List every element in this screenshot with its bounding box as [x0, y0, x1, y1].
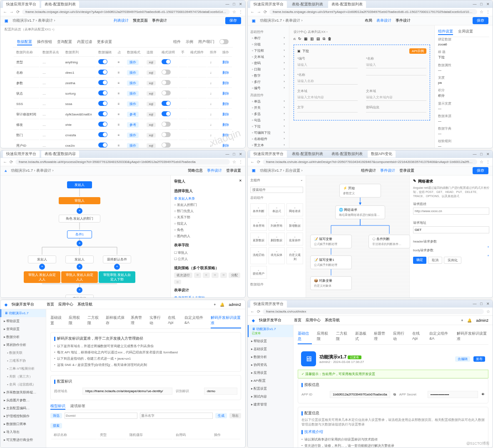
- palette-item[interactable]: ▫ 多行›: [250, 79, 286, 85]
- delete-link[interactable]: 删除: [222, 133, 229, 137]
- node-cond[interactable]: 条件1: [67, 230, 92, 238]
- input-ident[interactable]: demo: [204, 388, 237, 395]
- edit-toggle[interactable]: [98, 70, 107, 75]
- add-body-icon[interactable]: +: [487, 254, 489, 258]
- table-row[interactable]: 参数…zeetha≡操作xql↓删除: [14, 78, 232, 88]
- palette-item[interactable]: ▫ 富文本›: [250, 142, 286, 148]
- palette-item[interactable]: ▫ 分组›: [250, 41, 286, 48]
- user-menu[interactable]: admin2: [229, 303, 241, 307]
- table-row[interactable]: 状态…sortorg≡操作xql↓删除: [14, 89, 232, 98]
- nav-apps[interactable]: 应用中心: [306, 318, 321, 323]
- add-icon[interactable]: +: [214, 303, 216, 307]
- checkbox-public[interactable]: ☐ 公开人: [174, 256, 242, 262]
- tab-preview[interactable]: 预览页面: [133, 18, 148, 23]
- sidebar-item[interactable]: ▸ 帮助设置: [248, 337, 293, 345]
- tab-comp[interactable]: 组件设计: [361, 168, 376, 173]
- admin-tab[interactable]: 在线Api: [168, 313, 179, 328]
- node-start[interactable]: ⚡ 开始参数定义: [339, 184, 381, 198]
- save-button[interactable]: 保存: [473, 17, 488, 24]
- browser-tab-3[interactable]: 表格-配置数据列表: [328, 1, 366, 8]
- tab-events[interactable]: 事件设计: [396, 18, 411, 23]
- component-item[interactable]: ▫单条查询: [250, 218, 267, 231]
- save-button[interactable]: 保存: [225, 17, 241, 24]
- admin-tab[interactable]: 二方权限: [87, 313, 101, 328]
- forward-icon[interactable]: →: [10, 10, 14, 14]
- table-row[interactable]: 审计修改时间…dyfkSave&EnalEn≡参考xql↓删除: [14, 110, 232, 119]
- maximize-icon[interactable]: □: [479, 2, 483, 6]
- gen-button[interactable]: 生成: [215, 413, 227, 418]
- admin-tab[interactable]: 新选板式: [355, 329, 369, 344]
- delete-link[interactable]: 删除: [222, 71, 229, 75]
- admin-tab[interactable]: 自定义组件&A: [429, 329, 452, 344]
- sidebar-item[interactable]: ▸ 头路图片参数…: [0, 396, 46, 404]
- nav-home[interactable]: 首页: [294, 318, 301, 323]
- node-c2[interactable]: 发起人: [65, 255, 94, 263]
- table-row[interactable]: 类型…anything≡操作xql↓删除: [14, 58, 232, 67]
- browser-tab-2[interactable]: 表格-配置数据列表: [41, 1, 79, 8]
- star-icon[interactable]: ☆: [480, 10, 483, 14]
- api-badge[interactable]: API示例: [409, 48, 426, 54]
- rule-option[interactable]: ○: [203, 273, 210, 278]
- form-field[interactable]: 文本域请输入文本域内容: [366, 89, 426, 101]
- sidebar-item[interactable]: ▸ 可完整进行商业些: [0, 436, 46, 444]
- close-icon[interactable]: ✕: [239, 2, 243, 6]
- tab-events[interactable]: 事件设计: [380, 168, 395, 173]
- admin-tab[interactable]: 应用行动: [393, 329, 407, 344]
- component-item[interactable]: ▫更新数据: [250, 233, 267, 245]
- flow-canvas[interactable]: 发起人 审批人 + 角色 发起人的部门 条件1 + 发起人 发起人 最终默认条件…: [0, 175, 170, 298]
- add-node-icon[interactable]: +: [39, 264, 45, 270]
- palette-item[interactable]: ▫ 密码›: [250, 60, 286, 66]
- browser-tab-2[interactable]: 表格-配置数据列表: [289, 1, 326, 8]
- sidebar-item[interactable]: • 关联（第三方）: [0, 373, 46, 380]
- minimize-icon[interactable]: —: [225, 152, 229, 156]
- sidebar-item[interactable]: ▸ 建库管理: [248, 400, 293, 408]
- query-button[interactable]: 搜索: [50, 423, 62, 428]
- add-icon[interactable]: +: [461, 318, 463, 323]
- filter-domid[interactable]: [65, 413, 137, 419]
- minimize-icon[interactable]: —: [473, 2, 477, 6]
- tab-example[interactable]: 示例: [186, 39, 193, 45]
- sidebar-item[interactable]: ▸ 主新配置编码…: [0, 404, 46, 412]
- bell-icon[interactable]: 🔔: [220, 303, 224, 307]
- component-item[interactable]: ▫新增数据: [286, 218, 303, 231]
- prop-value[interactable]: 下拉: [438, 55, 489, 60]
- tab-events[interactable]: 事件设计: [207, 168, 222, 173]
- admin-tab[interactable]: 实事行动: [149, 313, 163, 328]
- menu-icon[interactable]: ⋮: [239, 160, 243, 164]
- edit-toggle[interactable]: [98, 143, 107, 148]
- tab-basic[interactable]: 简略信息: [188, 168, 203, 173]
- bell-icon[interactable]: 🔔: [467, 318, 472, 323]
- form-field[interactable]: *编号请输入: [297, 56, 358, 68]
- browser-tab-2[interactable]: 表格-配置数据内容: [41, 150, 79, 158]
- admin-tab[interactable]: 解码开发标识设置准: [211, 313, 241, 328]
- back-icon[interactable]: ←: [250, 160, 254, 164]
- confirm-button[interactable]: 确定: [413, 257, 426, 264]
- sidebar-item[interactable]: • 全局（运营路线）: [0, 380, 46, 388]
- admin-tab[interactable]: 自定义组件&A: [184, 313, 206, 328]
- prop-value[interactable]: —: [438, 132, 489, 135]
- prop-value[interactable]: —: [438, 144, 489, 148]
- search-input[interactable]: [250, 187, 303, 193]
- rule-option[interactable]: ○: [194, 273, 201, 278]
- add-header-icon[interactable]: +: [487, 245, 489, 249]
- tab-component[interactable]: 组件: [173, 39, 181, 45]
- maximize-icon[interactable]: □: [479, 152, 483, 156]
- component-item[interactable]: ▫删除数据: [269, 233, 285, 245]
- prop-value[interactable]: —: [438, 68, 489, 72]
- sidebar-item[interactable]: ▸ 帮助设置: [0, 317, 46, 325]
- tab-query[interactable]: 查询配置: [57, 39, 72, 45]
- form-field[interactable]: *名称请输入名称: [297, 73, 358, 85]
- palette-item[interactable]: ▫ 可编辑下拉›: [250, 130, 286, 136]
- admin-tab[interactable]: 标题管理: [374, 329, 388, 344]
- form-canvas[interactable]: 设计中心 表单列表XX › ⎌ ↻ ▦ ▥ ▤ ⧉ 🗑 ▣下拉API示例 *编号…: [289, 25, 434, 148]
- node-set-var-2[interactable]: 📝 填写变量1公式赋予判断处理: [310, 255, 352, 269]
- toolbar-redo-icon[interactable]: ↻: [298, 37, 301, 41]
- tab-form-design[interactable]: 表单设计: [376, 18, 391, 23]
- tab-design[interactable]: 列表设计: [114, 18, 129, 23]
- palette-item[interactable]: ▫ 日期›: [250, 66, 286, 73]
- edit-toggle[interactable]: [98, 80, 107, 85]
- component-item[interactable]: ▫列表查询: [269, 218, 285, 231]
- address-input[interactable]: frame.bciaofa.cn/root/index: [263, 309, 484, 314]
- browser-tab-2[interactable]: 表格-配置数据列表: [289, 150, 326, 158]
- sidebar-item[interactable]: ▸ 护理维控制操作: [0, 412, 46, 420]
